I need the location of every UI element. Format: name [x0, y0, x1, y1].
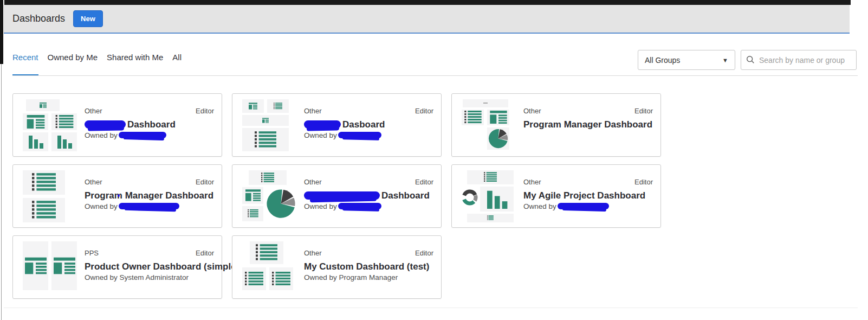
dashboard-thumbnail [462, 99, 517, 151]
group-filter-value: All Groups [645, 56, 680, 65]
tab-recent[interactable]: Recent [12, 53, 38, 76]
thumbnail-tile [23, 132, 48, 151]
list-icon [55, 115, 74, 129]
card-text: Other Editor Dashboard Owned by [85, 107, 214, 144]
card-text: Other Editor Program Manager Dashboard [523, 107, 653, 144]
new-dashboard-button[interactable]: New [73, 10, 103, 27]
table-icon [25, 254, 47, 277]
dashboard-thumbnail [242, 241, 297, 293]
card-title: Product Owner Dashboard (simple) [85, 261, 214, 272]
group-label: PPS [85, 249, 99, 257]
redaction-mark [119, 203, 179, 209]
thumbnail-tile [467, 214, 514, 222]
list-icon [272, 271, 290, 286]
dashboard-card[interactable]: Other Editor Dashboard Owned by [12, 93, 222, 157]
dashboard-card[interactable]: Other Editor My Custom Dashboard (test) … [232, 235, 442, 299]
page-header: Dashboards New [4, 5, 850, 34]
window-frame-left [0, 0, 3, 64]
dashboard-card[interactable]: Other Editor Dashboard Owned by [232, 164, 442, 228]
pie-chart-icon [488, 129, 508, 149]
role-label: Editor [196, 107, 214, 115]
search-container [741, 50, 857, 70]
placeholder-dash-icon [483, 103, 488, 104]
card-title: Dashboard [304, 190, 433, 201]
card-text: Other Editor My Agile Project Dashboard … [523, 178, 653, 215]
dashboard-thumbnail [242, 99, 297, 151]
thumbnail-tile [249, 170, 287, 185]
tab-shared-with-me[interactable]: Shared with Me [107, 53, 163, 76]
owner-label: Owned by [85, 202, 214, 210]
dashboard-card[interactable]: Other Editor Program Manager Dashboard [451, 93, 661, 157]
redaction-mark [304, 191, 380, 200]
chevron-down-icon: ▼ [722, 57, 728, 63]
owner-label: Owned by [85, 131, 214, 139]
donut-chart-icon [462, 189, 478, 206]
card-title: My Custom Dashboard (test) [304, 261, 433, 272]
dashboard-tabs: RecentOwned by MeShared with MeAll [12, 53, 182, 76]
dashboard-thumbnail [462, 170, 517, 222]
thumbnail-tile [51, 132, 77, 151]
tabs-divider [12, 75, 858, 76]
role-label: Editor [634, 107, 653, 115]
group-label: Other [523, 107, 541, 115]
thumbnail-tile [462, 110, 484, 125]
window-frame-top [4, 0, 851, 5]
dashboard-card[interactable]: Other Editor Program Manager Dashboard O… [12, 164, 222, 228]
list-icon [487, 215, 494, 220]
thumbnail-tile [265, 188, 296, 220]
role-label: Editor [196, 249, 214, 257]
bar-chart-icon [56, 135, 73, 149]
list-icon [261, 172, 274, 183]
group-label: Other [85, 107, 102, 115]
thumbnail-tile [242, 267, 266, 290]
thumbnail-tile [487, 110, 509, 125]
role-label: Editor [415, 249, 433, 257]
redaction-mark [119, 132, 166, 138]
tab-all[interactable]: All [172, 53, 182, 76]
dashboard-card[interactable]: Other Editor My Agile Project Dashboard … [451, 164, 661, 228]
thumbnail-tile [51, 241, 77, 290]
group-label: Other [304, 249, 322, 257]
pie-chart-icon [266, 189, 296, 219]
group-label: Other [304, 107, 322, 115]
card-title: Dasboard [304, 119, 433, 130]
thumbnail-tile [242, 128, 289, 151]
card-text: Other Editor Dasboard Owned by [304, 107, 433, 144]
thumbnail-tile [467, 170, 514, 184]
card-text: Other Editor Dashboard Owned by [304, 178, 433, 215]
dashboard-card[interactable]: Other Editor Dasboard Owned by [232, 93, 442, 157]
redaction-mark [338, 132, 381, 138]
table-icon [249, 103, 257, 110]
page-title: Dashboards [12, 13, 65, 24]
table-icon [27, 115, 45, 129]
redaction-mark [338, 203, 381, 209]
dashboard-card-grid: Other Editor Dashboard Owned by [12, 93, 661, 299]
table-icon [490, 111, 507, 124]
group-label: Other [85, 178, 102, 186]
search-input[interactable] [741, 50, 857, 70]
table-icon [262, 118, 269, 123]
tab-owned-by-me[interactable]: Owned by Me [48, 53, 98, 76]
ink-dot [118, 194, 120, 197]
bar-chart-icon [28, 135, 44, 149]
thumbnail-tile [462, 189, 478, 206]
bar-chart-icon [485, 189, 509, 209]
list-icon [248, 209, 258, 217]
thumbnail-tile [487, 127, 509, 150]
group-filter-dropdown[interactable]: All Groups ▼ [638, 50, 735, 70]
owner-label: Owned by Program Manager [304, 273, 433, 281]
dashboard-thumbnail [242, 170, 297, 222]
thumbnail-tile [250, 241, 283, 264]
owner-label: Owned by System Administrator [85, 273, 214, 281]
dashboard-card[interactable]: PPS Editor Product Owner Dashboard (simp… [12, 235, 222, 299]
list-icon [484, 172, 497, 182]
thumbnail-tile [23, 198, 65, 222]
group-label: Other [304, 178, 322, 186]
dashboard-thumbnail [23, 170, 78, 222]
card-title: Program Manager Dashboard [85, 190, 214, 201]
role-label: Editor [634, 178, 653, 186]
thumbnail-tile [242, 115, 289, 126]
thumbnail-tile [267, 99, 289, 113]
card-title: Dashboard [85, 119, 214, 130]
group-label: Other [523, 178, 541, 186]
